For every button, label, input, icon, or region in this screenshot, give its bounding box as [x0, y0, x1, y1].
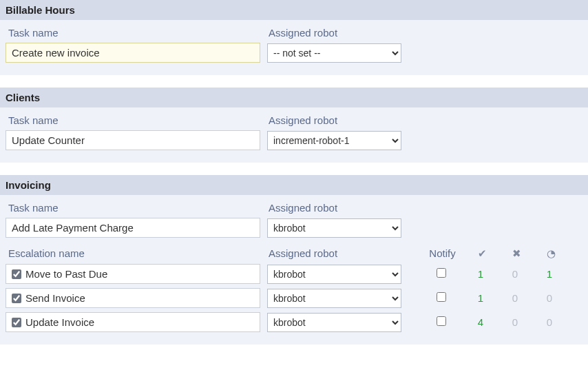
pending-count: 1	[532, 268, 567, 280]
assigned-robot-select[interactable]: -- not set --increment-robot-1kbrobot	[267, 289, 401, 308]
escalation-item: Move to Past Due	[6, 264, 260, 284]
section-title: Invoicing	[0, 175, 588, 195]
success-count: 4	[463, 316, 498, 328]
escalation-name-header: Escalation name	[7, 247, 269, 260]
escalation-enabled-checkbox[interactable]	[12, 294, 21, 303]
success-count: 1	[463, 292, 498, 304]
config-section: Billable HoursTask nameAssigned robotCre…	[0, 0, 588, 75]
notify-header: Notify	[420, 247, 465, 260]
assigned-robot-header: Assigned robot	[269, 27, 406, 39]
escalation-name-label: Send Invoice	[25, 292, 85, 304]
fail-count: 0	[498, 268, 532, 280]
escalation-item: Send Invoice	[6, 288, 260, 308]
assigned-robot-header: Assigned robot	[269, 202, 406, 214]
clock-icon: ◔	[547, 247, 556, 260]
notify-checkbox[interactable]	[437, 316, 446, 326]
notify-checkbox[interactable]	[437, 292, 446, 302]
task-name-header: Task name	[7, 114, 269, 126]
notify-checkbox[interactable]	[437, 268, 446, 278]
section-body: Task nameAssigned robotAdd Late Payment …	[0, 195, 588, 345]
escalation-row: Move to Past Due-- not set --increment-r…	[6, 264, 582, 284]
task-name-header: Task name	[7, 202, 269, 214]
success-count: 1	[463, 268, 498, 280]
task-row: Update Counter-- not set --increment-rob…	[6, 130, 582, 150]
escalation-row: Send Invoice-- not set --increment-robot…	[6, 288, 582, 308]
task-name-input[interactable]: Add Late Payment Charge	[6, 218, 260, 238]
fail-count: 0	[498, 316, 532, 328]
task-row: Create new invoice-- not set --increment…	[6, 43, 582, 63]
escalation-row: Update Invoice-- not set --increment-rob…	[6, 312, 582, 332]
assigned-robot-header: Assigned robot	[269, 114, 406, 126]
assigned-robot-select[interactable]: -- not set --increment-robot-1kbrobot	[267, 43, 401, 63]
task-name-input[interactable]: Update Counter	[6, 130, 260, 150]
task-header-row: Task nameAssigned robot	[6, 27, 582, 39]
section-title: Clients	[0, 88, 588, 107]
task-row: Add Late Payment Charge-- not set --incr…	[6, 218, 582, 238]
assigned-robot-header: Assigned robot	[269, 247, 406, 260]
assigned-robot-select[interactable]: -- not set --increment-robot-1kbrobot	[267, 265, 401, 284]
assigned-robot-select[interactable]: -- not set --increment-robot-1kbrobot	[267, 131, 401, 150]
section-title: Billable Hours	[0, 0, 588, 20]
escalation-name-label: Move to Past Due	[25, 268, 107, 280]
task-header-row: Task nameAssigned robot	[6, 202, 582, 214]
task-name-input[interactable]: Create new invoice	[6, 43, 260, 63]
assigned-robot-select[interactable]: -- not set --increment-robot-1kbrobot	[267, 218, 401, 238]
config-section: InvoicingTask nameAssigned robotAdd Late…	[0, 175, 588, 345]
task-name-header: Task name	[7, 27, 269, 39]
section-body: Task nameAssigned robotUpdate Counter-- …	[0, 107, 588, 163]
x-icon: ✖	[512, 247, 521, 260]
escalation-enabled-checkbox[interactable]	[12, 318, 21, 327]
pending-count: 0	[532, 292, 567, 304]
check-icon: ✔	[478, 247, 487, 260]
fail-count: 0	[498, 292, 532, 304]
assigned-robot-select[interactable]: -- not set --increment-robot-1kbrobot	[267, 313, 401, 332]
task-header-row: Task nameAssigned robot	[6, 114, 582, 126]
pending-count: 0	[532, 316, 567, 328]
section-body: Task nameAssigned robotCreate new invoic…	[0, 20, 588, 75]
config-section: ClientsTask nameAssigned robotUpdate Cou…	[0, 88, 588, 163]
escalation-item: Update Invoice	[6, 312, 260, 332]
escalation-name-label: Update Invoice	[25, 316, 94, 328]
escalation-header-row: Escalation nameAssigned robotNotify✔✖◔	[6, 247, 582, 260]
escalation-enabled-checkbox[interactable]	[12, 269, 21, 279]
